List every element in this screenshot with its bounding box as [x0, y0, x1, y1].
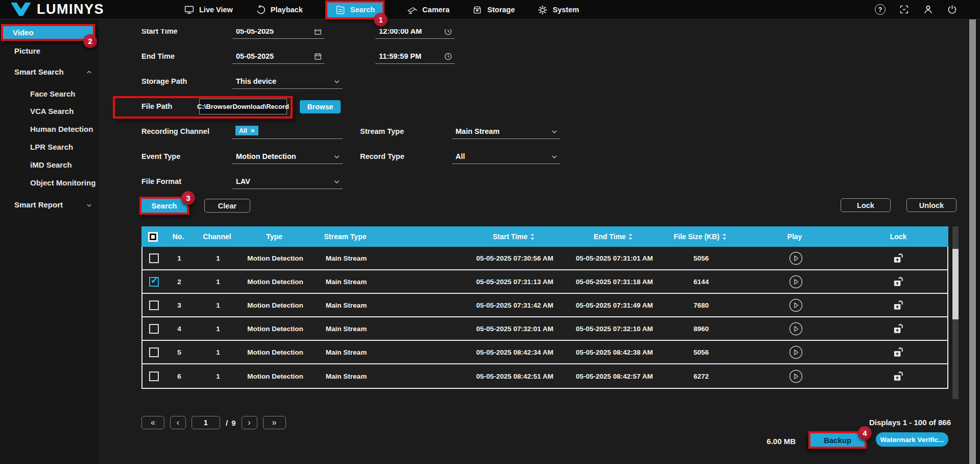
search-button[interactable]: Search	[141, 199, 187, 213]
nav-live-view[interactable]: Live View	[184, 5, 233, 15]
cell-stream-type: Main Stream	[308, 349, 385, 356]
cell-file-size: 5056	[660, 349, 742, 356]
help-icon[interactable]: ?	[875, 4, 886, 15]
row-checkbox[interactable]	[149, 277, 159, 287]
play-button[interactable]	[789, 345, 803, 359]
watermark-verification-button[interactable]: Watermark Verific...	[876, 432, 948, 447]
previous-page-button[interactable]: ‹	[170, 416, 186, 429]
nav-system[interactable]: System	[537, 5, 579, 15]
sidebar-item-imd-search[interactable]: iMD Search	[30, 160, 72, 170]
sidebar-item-object-monitoring[interactable]: Object Monitoring	[30, 178, 95, 188]
nav-storage[interactable]: Storage	[472, 5, 515, 15]
row-checkbox[interactable]	[149, 372, 159, 381]
topbar-utility-icons: ?	[875, 4, 980, 15]
select-all-checkbox[interactable]	[148, 232, 158, 242]
cell-stream-type: Main Stream	[308, 254, 385, 262]
unlock-status-icon[interactable]	[892, 370, 905, 382]
lock-button[interactable]: Lock	[841, 198, 891, 212]
end-date-field[interactable]: 05-05-2025	[232, 49, 324, 64]
play-button[interactable]	[789, 298, 803, 312]
nav-camera[interactable]: Camera	[407, 5, 449, 15]
storage-path-value: This device	[236, 77, 276, 85]
next-page-button[interactable]: ›	[242, 416, 257, 429]
row-checkbox[interactable]	[149, 253, 159, 263]
clear-button[interactable]: Clear	[204, 199, 250, 213]
unlock-status-icon[interactable]	[892, 299, 905, 311]
file-format-row: File Format LAV	[101, 174, 969, 190]
file-path-label: File Path	[141, 102, 172, 110]
column-start-time[interactable]: Start Time	[384, 233, 567, 241]
clock-icon[interactable]	[444, 52, 452, 61]
user-account-icon[interactable]	[923, 4, 934, 15]
cell-type: Motion Detection	[243, 278, 308, 286]
power-logout-icon[interactable]	[947, 4, 958, 15]
file-path-input[interactable]: C:\BrowserDownload\Record	[199, 99, 287, 114]
record-type-select[interactable]: All	[452, 149, 560, 164]
row-checkbox[interactable]	[149, 300, 159, 310]
unlock-status-icon[interactable]	[892, 276, 905, 287]
start-date-field[interactable]: 05-05-2025	[232, 24, 324, 39]
chevron-down-icon[interactable]	[86, 202, 92, 208]
stream-type-select[interactable]: Main Stream	[452, 124, 560, 139]
nav-playback[interactable]: Playback	[255, 5, 303, 15]
fullscreen-scan-icon[interactable]	[899, 4, 910, 15]
play-button[interactable]	[789, 251, 803, 265]
table-row: 4 1 Motion Detection Main Stream 05-05-2…	[142, 317, 947, 341]
play-button[interactable]	[789, 275, 803, 289]
file-format-select[interactable]: LAV	[232, 174, 343, 189]
channel-tag-all[interactable]: All ×	[235, 126, 258, 135]
clock-icon[interactable]	[444, 27, 452, 36]
column-stream-type: Stream Type	[307, 233, 384, 241]
brand-logo: LUMINYS	[0, 2, 174, 17]
brand-name: LUMINYS	[37, 2, 104, 17]
annotation-badge-step-2: 2	[83, 34, 97, 48]
calendar-icon[interactable]	[314, 27, 322, 36]
unlock-button[interactable]: Unlock	[906, 198, 957, 212]
sort-icon[interactable]	[530, 233, 535, 240]
column-channel: Channel	[193, 233, 242, 241]
remove-tag-icon[interactable]: ×	[251, 127, 255, 134]
sidebar-item-lpr-search[interactable]: LPR Search	[30, 143, 73, 152]
backup-button[interactable]: Backup	[810, 433, 865, 447]
chevron-down-icon	[333, 153, 341, 160]
sidebar-item-vca-search[interactable]: VCA Search	[30, 107, 74, 116]
browse-button[interactable]: Browse	[300, 100, 341, 113]
nav-search[interactable]: Search 1	[325, 1, 385, 19]
storage-path-select[interactable]: This device	[232, 74, 343, 89]
cell-start-time: 05-05-2025 07:30:56 AM	[385, 254, 568, 262]
row-checkbox[interactable]	[149, 347, 159, 357]
sidebar-group-smart-search[interactable]: Smart Search	[14, 67, 64, 77]
sidebar-item-video[interactable]: Video	[1, 24, 95, 41]
cell-channel: 1	[194, 254, 243, 262]
start-time-field[interactable]: 12:00:00 AM	[375, 24, 455, 39]
annotation-box-search: Search 3	[139, 197, 189, 215]
last-page-button[interactable]: »	[263, 416, 286, 429]
sidebar-item-human-detection[interactable]: Human Detection	[30, 125, 93, 134]
page-number-input[interactable]	[192, 416, 220, 429]
column-file-size[interactable]: File Size (KB)	[659, 233, 741, 241]
cell-file-size: 6144	[660, 278, 742, 286]
unlock-status-icon[interactable]	[892, 323, 905, 334]
column-end-time[interactable]: End Time	[567, 233, 659, 241]
chevron-up-icon[interactable]	[86, 69, 92, 76]
row-checkbox[interactable]	[149, 324, 159, 334]
event-type-select[interactable]: Motion Detection	[232, 149, 343, 164]
unlock-status-icon[interactable]	[892, 346, 905, 358]
table-scrollbar-thumb[interactable]	[952, 249, 959, 319]
cell-end-time: 05-05-2025 08:42:38 AM	[568, 349, 660, 356]
page-scrollbar[interactable]	[969, 19, 976, 464]
sort-icon[interactable]	[628, 233, 633, 240]
start-time-row: Start Time 05-05-2025 12:00:00 AM	[101, 24, 969, 39]
play-button[interactable]	[789, 322, 803, 336]
calendar-icon[interactable]	[314, 52, 322, 61]
sidebar-item-picture[interactable]: Picture	[14, 47, 40, 56]
end-time-value: 11:59:59 PM	[379, 52, 421, 60]
first-page-button[interactable]: «	[141, 416, 164, 429]
table-scrollbar[interactable]	[952, 226, 959, 399]
unlock-status-icon[interactable]	[892, 252, 905, 264]
sidebar-item-face-search[interactable]: Face Search	[30, 89, 75, 99]
play-button[interactable]	[789, 369, 803, 383]
end-time-field[interactable]: 11:59:59 PM	[375, 49, 455, 64]
sidebar-group-smart-report[interactable]: Smart Report	[14, 200, 63, 210]
sort-icon[interactable]	[722, 233, 727, 240]
